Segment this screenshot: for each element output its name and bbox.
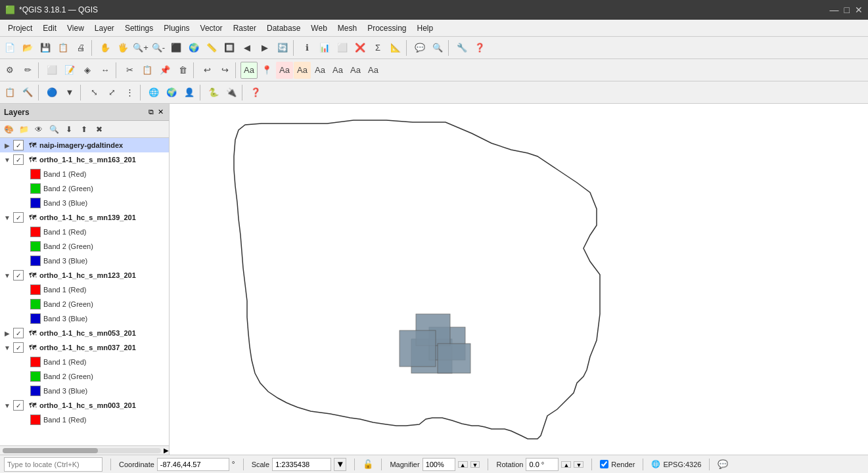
scale-input[interactable] [272,458,331,471]
band-row-139-2[interactable]: Band 2 (Green) [0,239,169,254]
paste-features-button[interactable]: 📌 [156,62,173,79]
magnifier-down-button[interactable]: ▼ [470,461,480,468]
zoom-in-button[interactable]: 🔍+ [132,39,149,56]
label-rotate-button[interactable]: Aa [294,62,311,79]
rotation-down-button[interactable]: ▼ [574,461,583,468]
menubar-item-web[interactable]: Web [306,22,332,34]
menubar-item-vector[interactable]: Vector [195,22,228,34]
rotation-up-button[interactable]: ▲ [561,461,571,468]
magnifier-input[interactable] [423,458,455,471]
open-project-button[interactable]: 📂 [19,39,36,56]
render-checkbox[interactable] [600,460,608,468]
pan-button[interactable]: ✋ [97,39,114,56]
map-area[interactable] [170,104,868,455]
band-row-163-2[interactable]: Band 2 (Green) [0,181,169,196]
render-item[interactable]: Render [600,460,635,468]
band-row-037-3[interactable]: Band 3 (Blue) [0,384,169,398]
label-tool-button[interactable]: Aa [240,62,258,79]
more-button[interactable]: ⋮ [121,84,138,101]
print-button[interactable]: 🖨 [72,39,89,56]
menubar-item-settings[interactable]: Settings [120,22,158,34]
locate-input[interactable] [4,457,103,472]
zoom-selection-button[interactable]: 🔲 [221,39,238,56]
label-preview-button[interactable]: Aa [365,62,382,79]
refresh-button[interactable]: 🔄 [274,39,291,56]
layer-check-037[interactable] [13,342,24,353]
band-row-123-2[interactable]: Band 2 (Green) [0,297,169,311]
maximize-button[interactable]: □ [844,5,850,15]
expand-icon-053[interactable]: ▶ [3,328,12,338]
band-row-037-2[interactable]: Band 2 (Green) [0,369,169,384]
identify-button[interactable]: ℹ [298,39,315,56]
open-layer-properties-button[interactable]: 🎨 [1,122,16,137]
zoom-prev-button[interactable]: ◀ [239,39,256,56]
label-move-button[interactable]: Aa [276,62,293,79]
zoom-full-button[interactable]: 🌍 [185,39,202,56]
label-options-button[interactable]: Aa [347,62,364,79]
expand-icon-003[interactable]: ▼ [3,401,12,410]
add-group-button[interactable]: 📁 [16,122,31,137]
snap-advanced-button[interactable]: ▼ [61,84,78,101]
save-project-button[interactable]: 💾 [37,39,54,56]
zoom-out-button[interactable]: 🔍- [150,39,167,56]
digitize-button[interactable]: ✏ [19,62,36,79]
zoom-layer-button[interactable]: 📏 [203,39,220,56]
zoom-rubber-band-button[interactable]: ⬛ [168,39,185,56]
label-change-button[interactable]: Aa [311,62,329,79]
layer-check-123[interactable] [13,270,24,281]
coordinate-input[interactable] [157,458,229,471]
open-field-calc-button[interactable]: 📋 [1,84,18,101]
undo-button[interactable]: ↩ [198,62,216,79]
close-button[interactable]: ✕ [855,5,863,15]
label-pin-button[interactable]: 📍 [258,62,275,79]
band-row-123-3[interactable]: Band 3 (Blue) [0,311,169,326]
layer-check-139[interactable] [13,212,24,223]
magnifier-up-button[interactable]: ▲ [458,461,468,468]
menubar-item-processing[interactable]: Processing [362,22,411,34]
save-as-button[interactable]: 📋 [55,39,72,56]
node-tool-button[interactable]: ◈ [79,62,96,79]
redo-button[interactable]: ↪ [216,62,233,79]
band-row-139-3[interactable]: Band 3 (Blue) [0,254,169,268]
layer-item-123[interactable]: ▼ 🗺 ortho_1-1_hc_s_mn123_201 [0,268,169,282]
crs-item[interactable]: 🌐 EPSG:4326 [651,460,701,468]
expand-icon-163[interactable]: ▼ [3,155,12,164]
menubar-item-layer[interactable]: Layer [89,22,120,34]
expand-icon-naip[interactable]: ▶ [3,141,12,150]
menubar-item-edit[interactable]: Edit [37,22,62,34]
copy-features-button[interactable]: 📋 [139,62,156,79]
help-button[interactable]: ❓ [471,39,488,56]
layer-check-053[interactable] [13,328,24,338]
python-button[interactable]: 🐍 [205,84,222,101]
expand-icon-139[interactable]: ▼ [3,213,12,222]
cut-features-button[interactable]: ✂ [121,62,138,79]
remove-layer-button[interactable]: ✖ [92,122,106,137]
expand-icon-037[interactable]: ▼ [3,343,12,352]
new-project-button[interactable]: 📄 [1,39,18,56]
reverse-line-button[interactable]: ↔ [97,62,114,79]
georef-button[interactable]: 🌐 [145,84,162,101]
menubar-item-mesh[interactable]: Mesh [332,22,362,34]
expand-all-button[interactable]: ⤢ [103,84,120,101]
layer-check-naip[interactable] [13,140,24,150]
select-feature-button[interactable]: ⬜ [43,62,60,79]
menubar-item-plugins[interactable]: Plugins [158,22,194,34]
collapse-all-btn[interactable]: ⬆ [77,122,91,137]
layer-item-053[interactable]: ▶ 🗺 ortho_1-1_hc_s_mn053_201 [0,326,169,340]
stats-button[interactable]: Σ [369,39,386,56]
annotations-button[interactable]: 💬 [411,39,428,56]
band-row-163-3[interactable]: Band 3 (Blue) [0,196,169,210]
expand-all-btn[interactable]: ⬇ [62,122,76,137]
plugin2-button[interactable]: 🔌 [223,84,240,101]
menubar-item-project[interactable]: Project [3,22,37,34]
band-row-037-1[interactable]: Band 1 (Red) [0,355,169,369]
layer-item-037[interactable]: ▼ 🗺 ortho_1-1_hc_s_mn037_201 [0,340,169,355]
collapse-all-button[interactable]: ⤡ [85,84,103,101]
band-row-139-1[interactable]: Band 1 (Red) [0,225,169,239]
current-edits-button[interactable]: ⚙ [1,62,18,79]
layers-scroll-right-btn[interactable]: ▶ [164,447,169,454]
layers-float-button[interactable]: ⧉ [147,107,155,117]
attribute-table-button[interactable]: 📊 [316,39,333,56]
menubar-item-help[interactable]: Help [412,22,439,34]
layer-check-163[interactable] [13,154,24,165]
